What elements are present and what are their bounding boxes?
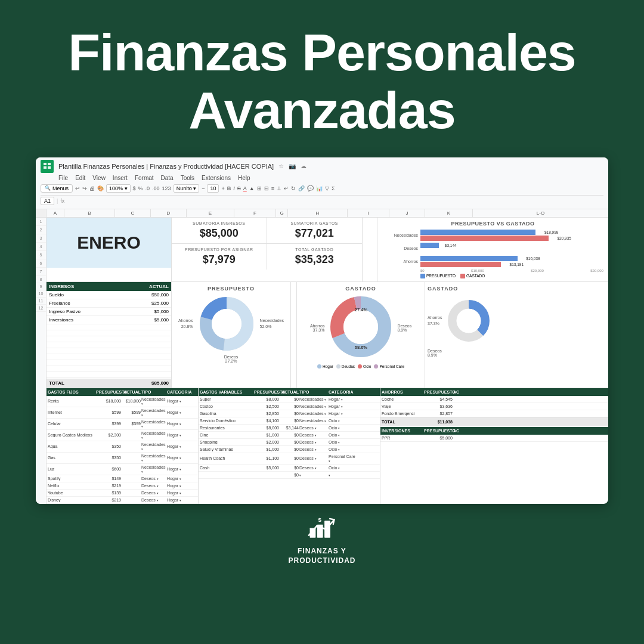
font-size[interactable]: 10 [207, 184, 219, 193]
gastos-fijos-row: Youtube $139 Deseos ▾ Hogar ▾ [47, 490, 198, 497]
plus-size[interactable]: + [221, 185, 224, 191]
bottom-tables: GASTOS FIJOS PRESUPUESTO ACTUAL TIPO CAT… [47, 388, 608, 504]
svg-rect-2 [44, 166, 47, 169]
row-numbers: 1 2 3 4 5 6 7 8 9 10 11 12 [36, 218, 47, 504]
gastos-fijos-row: Gas $350 Necesidades ▾ Hogar ▾ [47, 453, 198, 464]
gastos-fijos-row: Seguro Gastos Medicos $2,300 Necesidades… [47, 430, 198, 441]
redo-icon[interactable]: ↪ [82, 185, 87, 191]
sumatoria-ingresos-box: SUMATORIA INGRESOS $85,000 [172, 218, 267, 244]
sumatoria-gastos-box: SUMATORIA GASTOS $77,021 [267, 218, 363, 244]
print-icon[interactable]: 🖨 [89, 185, 95, 191]
gastos-variables-row: Gasolina $2,850 $0 Necesidades ▾ Hogar ▾ [199, 410, 380, 417]
menu-data[interactable]: Data [161, 175, 174, 181]
percent-icon: % [138, 185, 143, 191]
total-gastado-box: TOTAL GASTADO $35,323 [267, 244, 363, 270]
function-btn[interactable]: Σ [332, 185, 335, 191]
svg-rect-0 [44, 163, 47, 165]
minus-size[interactable]: − [202, 185, 205, 191]
number-format: 123 [162, 185, 171, 191]
highlight-btn[interactable]: ▲ [249, 185, 255, 191]
menu-tools[interactable]: Tools [181, 175, 194, 181]
spreadsheet-title: Plantilla Finanzas Personales | Finanzas… [58, 163, 274, 170]
gastos-variables-row: Servicio Doméstico $4,100 $0 Necesidades… [199, 417, 380, 425]
gastos-fijos-row: Renta $18,000 $18,000 Necesidades ▾ Hoga… [47, 396, 198, 407]
fx-label: fx [60, 198, 64, 204]
gastos-variables-row: Restaurantes $8,000 $3,144 Deseos ▾ Ocio… [199, 425, 380, 432]
inversiones-row: PPR $5,000 [380, 435, 608, 442]
menu-file[interactable]: File [58, 175, 68, 181]
footer: $ FINANZAS Y PRODUCTIVIDAD [288, 504, 355, 572]
presupuesto-legend: PRESUPUESTO [426, 274, 456, 278]
sheets-icon [41, 160, 54, 173]
gastos-fijos-row: Agua $350 Necesidades ▾ Hogar ▾ [47, 441, 198, 453]
valign-btn[interactable]: ⊥ [277, 185, 281, 191]
gastos-variables-table: GASTOS VARIABLES PRESUPUESTO ACTUAL TIPO… [199, 388, 380, 504]
svg-point-8 [212, 309, 242, 339]
link-btn[interactable]: 🔗 [298, 185, 305, 191]
menu-edit[interactable]: Edit [75, 175, 85, 181]
ahorros-inversiones-panel: AHORROS PRESUPUESTO AC Coche $4,545 Viaj… [380, 388, 608, 504]
rotate-btn[interactable]: ↻ [291, 185, 296, 191]
ingresos-panel: INGRESOS ACTUAL Sueldo$50,000 Freelance$… [47, 282, 172, 388]
footer-brand: FINANZAS Y PRODUCTIVIDAD [288, 546, 355, 566]
decimal-icon: .0 [145, 185, 150, 191]
spreadsheet-wrapper: Plantilla Finanzas Personales | Finanzas… [36, 157, 608, 504]
cell-ref[interactable]: A1 [41, 197, 54, 205]
gastos-variables-row: Salud y Vitaminas $1,000 $0 Deseos ▾ Oci… [199, 446, 380, 453]
align-btn[interactable]: ≡ [271, 185, 274, 191]
dollar-icon: $ [133, 185, 136, 191]
gastos-variables-row: Cash $5,000 $0 Deseos ▾ Ocio ▾ [199, 465, 380, 472]
font-select[interactable]: Nunito ▾ [174, 184, 200, 193]
footer-icon: $ [307, 516, 337, 543]
svg-rect-3 [48, 166, 51, 169]
svg-text:$: $ [318, 516, 321, 522]
menu-help[interactable]: Help [238, 175, 250, 181]
gastos-variables-row: Costco $2,500 $0 Necesidades ▾ Hogar ▾ [199, 403, 380, 410]
presupuesto-donut-chart: PRESUPUESTO Ahorros20.8% [172, 282, 291, 388]
presupuesto-box: PRESUPUESTO POR ASIGNAR $7,979 [172, 244, 267, 270]
menu-view[interactable]: View [92, 175, 106, 181]
svg-point-16 [456, 308, 481, 333]
sheets-toolbar: Plantilla Finanzas Personales | Finanzas… [36, 157, 608, 209]
zoom-select[interactable]: 100% ▾ [106, 184, 131, 193]
gastos-variables-row: Shopping $2,000 $0 Deseos ▾ Ocio ▾ [199, 439, 380, 446]
gastos-variables-row: Cine $1,000 $0 Deseos ▾ Ocio ▾ [199, 432, 380, 439]
ahorros-row: Viaje $3,636 [380, 403, 608, 410]
column-headers: A B C D E F G H I J K L-O [36, 209, 608, 218]
presupuesto-vs-chart: PRESUPUESTO VS GASTADO Necesidades $18,9… [377, 218, 608, 281]
border-btn[interactable]: ⊞ [257, 185, 262, 191]
svg-point-13 [343, 309, 378, 344]
gastos-variables-row: Super $8,000 $0 Necesidades ▾ Hogar ▾ [199, 396, 380, 403]
main-title: Finanzas PersonalesAvanzadas [68, 24, 576, 140]
svg-rect-1 [48, 163, 51, 165]
menu-extensions[interactable]: Extensions [202, 175, 231, 181]
italic-btn[interactable]: I [233, 185, 235, 191]
gastos-variables-row: Health Coach $1,100 $0 Deseos ▾ Personal… [199, 453, 380, 465]
wrap-btn[interactable]: ↵ [284, 185, 289, 191]
bold-btn[interactable]: B [227, 185, 231, 191]
cloud-icon[interactable]: ☁ [301, 163, 306, 169]
gastos-fijos-table: GASTOS FIJOS PRESUPUESTO ACTUAL TIPO CAT… [47, 388, 199, 504]
ahorros-row: Coche $4,545 [380, 396, 608, 403]
sheets-menu-bar: File Edit View Insert Format Data Tools … [41, 175, 603, 181]
undo-icon[interactable]: ↩ [75, 185, 80, 191]
text-color-btn[interactable]: A [243, 185, 247, 191]
gastos-fijos-row: Netflix $219 Deseos ▾ Hogar ▾ [47, 482, 198, 490]
filter-btn[interactable]: ▽ [325, 185, 329, 191]
strikethrough-btn[interactable]: S [237, 185, 241, 191]
paint-icon[interactable]: 🎨 [97, 185, 104, 191]
format-icon: .00 [152, 185, 160, 191]
search-menus[interactable]: 🔍Menus [41, 184, 73, 193]
merge-btn[interactable]: ⊟ [264, 185, 269, 191]
chart-btn[interactable]: 📊 [316, 185, 323, 191]
star-icon[interactable]: ☆ [278, 163, 284, 169]
gastos-variables-row: $0 ▾ ▾ [199, 472, 380, 479]
camera-icon[interactable]: 📷 [289, 163, 296, 169]
gastos-fijos-row: Spotify $149 Deseos ▾ Hogar ▾ [47, 475, 198, 482]
menu-insert[interactable]: Insert [113, 175, 128, 181]
gastos-fijos-row: Luz $600 Necesidades ▾ Hogar ▾ [47, 464, 198, 475]
menu-format[interactable]: Format [135, 175, 154, 181]
comment-btn[interactable]: 💬 [307, 185, 314, 191]
gastos-fijos-row: Celular $399 $399 Necesidades ▾ Hogar ▾ [47, 419, 198, 430]
gastado-donut-chart: GASTADO Ahorros37.3% [297, 282, 425, 388]
